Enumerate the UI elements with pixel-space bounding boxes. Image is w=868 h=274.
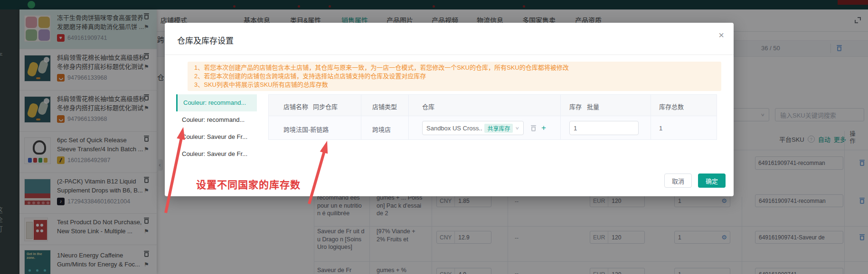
warehouse-stock-modal: 仓库及库存设置 × 1、若您本次创建产品的店铺包含本土店铺，其仓库与原来一致，为… [165, 23, 734, 196]
screen: 产 扌 这 全 打 店铺模式 基本信息 类目&属性 销售属性 产品图片 产品视频… [0, 0, 868, 274]
close-icon[interactable]: × [718, 30, 724, 40]
total-stock-cell: 1 [659, 125, 662, 132]
sku-variant-item[interactable]: Couleur: Saveur de Fr... [176, 146, 257, 163]
shop-name-cell: 跨境法国-新链路 [283, 125, 329, 134]
sku-variant-item[interactable]: Couleur: Saveur de Fr... [176, 128, 257, 146]
col-warehouse: 仓库 [422, 102, 434, 111]
warehouse-select[interactable]: Sandbox US Cross... 共享库存 ∨ [422, 121, 524, 135]
chevron-down-icon: ∨ [515, 126, 519, 130]
shared-stock-badge: 共享库存 [484, 124, 513, 133]
notice-box: 1、若您本次创建产品的店铺包含本土店铺，其仓库与原来一致，为一店一仓模式，若您修… [188, 62, 721, 91]
divider [408, 94, 409, 140]
notice-line: 3、SKU列表中将展示该SKU所有店铺的总库存数 [194, 81, 715, 89]
stock-input[interactable] [569, 121, 639, 135]
sku-variant-item[interactable]: Couleur: recommand... [176, 111, 257, 128]
confirm-button[interactable]: 确定 [698, 174, 726, 188]
divider [651, 94, 651, 140]
col-total-stock: 库存总数 [659, 102, 684, 111]
modal-header: 仓库及库存设置 × [165, 23, 734, 55]
notice-line: 1、若您本次创建产品的店铺包含本土店铺，其仓库与原来一致，为一店一仓模式，若您修… [194, 64, 715, 72]
batch-link[interactable]: 批量 [587, 102, 599, 111]
divider [560, 94, 561, 140]
shop-type-cell: 跨境店 [372, 125, 391, 134]
col-stock: 库存 [569, 102, 582, 111]
modal-title: 仓库及库存设置 [177, 34, 234, 46]
notice-line: 2、若您本次创建的店铺包含跨境店铺，支持选择站点店铺支持的仓库及设置对应库存 [194, 72, 715, 81]
col-shop-type: 店铺类型 [372, 102, 397, 111]
sync-warehouse-link[interactable]: 同步仓库 [313, 102, 338, 111]
cancel-button[interactable]: 取消 [664, 174, 692, 188]
sku-variant-item[interactable]: Couleur: recommand... [176, 94, 257, 111]
divider [361, 94, 361, 140]
add-warehouse-icon[interactable]: + [541, 123, 546, 133]
warehouse-delete-icon[interactable] [531, 125, 536, 131]
col-shop-name: 店铺名称 [283, 102, 308, 111]
